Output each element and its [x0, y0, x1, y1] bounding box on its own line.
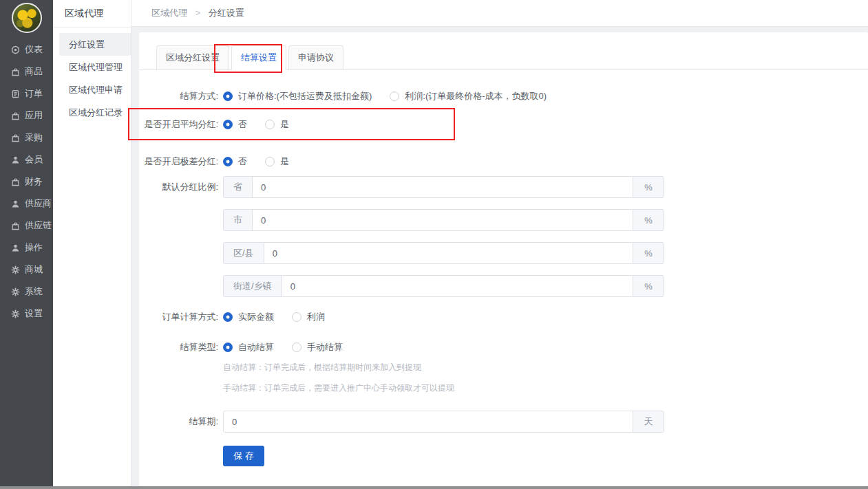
- field-label: 默认分红比例:: [139, 181, 218, 193]
- sidebar-item-mall[interactable]: 商城: [0, 259, 53, 281]
- sidebar-item-label: 设置: [25, 307, 43, 320]
- menu-item-dividend-settings[interactable]: 分红设置: [59, 33, 131, 56]
- menu-item-agent-management[interactable]: 区域代理管理: [53, 56, 131, 78]
- form-row-settle-type: 结算类型: 自动结算 手动结算: [139, 341, 868, 354]
- sidebar-item-label: 仪表: [25, 43, 43, 56]
- person-icon: [11, 243, 20, 252]
- radio-label: 手动结算: [307, 341, 343, 354]
- radio-unselected-icon[interactable]: [265, 157, 275, 166]
- menu-item-agent-application[interactable]: 区域代理申请: [53, 78, 131, 101]
- sidebar-item-label: 订单: [25, 87, 43, 100]
- breadcrumb-item-current: 分红设置: [209, 8, 244, 18]
- breadcrumb-separator: >: [195, 8, 201, 18]
- menu-item-dividend-records[interactable]: 区域分红记录: [53, 101, 131, 124]
- input-suffix-percent: %: [633, 276, 664, 296]
- radio-option-profit[interactable]: 利润:(订单最终价格-成本，负数取0): [390, 90, 547, 102]
- secondary-menu: 分红设置 区域代理管理 区域代理申请 区域分红记录: [53, 33, 131, 124]
- form-row-ratio-city: 市 %: [139, 209, 868, 231]
- settle-period-input[interactable]: [224, 411, 633, 432]
- radio-option-actual-amount[interactable]: 实际金额: [223, 311, 274, 323]
- breadcrumb-item-parent[interactable]: 区域代理: [151, 8, 187, 18]
- radio-unselected-icon[interactable]: [265, 120, 275, 129]
- form-row-order-calc: 订单计算方式: 实际金额 利润: [139, 311, 868, 323]
- sidebar-item-operation[interactable]: 操作: [0, 237, 53, 259]
- sidebar-item-label: 操作: [25, 241, 43, 254]
- save-button[interactable]: 保 存: [223, 446, 264, 466]
- radio-label: 自动结算: [238, 341, 274, 354]
- radio-option-manual-settle[interactable]: 手动结算: [292, 341, 343, 354]
- horizontal-scrollbar[interactable]: [0, 486, 868, 489]
- sidebar-item-finance[interactable]: 财务: [0, 171, 53, 193]
- radio-label: 否: [238, 155, 247, 168]
- input-suffix-percent: %: [633, 210, 664, 230]
- ratio-input-district[interactable]: [264, 243, 633, 263]
- gear-icon: [11, 309, 20, 318]
- sidebar-item-label: 商城: [25, 263, 43, 276]
- bag-icon: [11, 111, 20, 120]
- input-prefix: 街道/乡镇: [224, 276, 282, 296]
- radio-unselected-icon[interactable]: [390, 91, 399, 101]
- input-group-district: 区/县 %: [223, 242, 664, 264]
- sidebar-item-system[interactable]: 系统: [0, 281, 53, 303]
- radio-option-profit[interactable]: 利润: [292, 311, 325, 323]
- sidebar-item-settings[interactable]: 设置: [0, 303, 53, 325]
- radio-label: 是: [280, 118, 289, 131]
- ratio-input-city[interactable]: [253, 210, 633, 230]
- sidebar-item-orders[interactable]: 订单: [0, 83, 53, 105]
- radio-option-yes[interactable]: 是: [265, 155, 289, 168]
- bag-icon: [11, 221, 20, 230]
- ratio-input-province[interactable]: [253, 177, 633, 197]
- tab-region-dividend-settings[interactable]: 区域分红设置: [156, 45, 229, 69]
- sidebar-item-label: 财务: [25, 175, 43, 188]
- radio-option-yes[interactable]: 是: [265, 118, 289, 131]
- input-group-street: 街道/乡镇 %: [223, 275, 664, 297]
- radio-label: 是: [280, 155, 289, 168]
- field-label: 是否开启极差分红:: [139, 155, 218, 168]
- sidebar-item-members[interactable]: 会员: [0, 149, 53, 171]
- form-row-save: 保 存: [139, 446, 868, 466]
- tab-settlement-settings[interactable]: 结算设置: [231, 45, 286, 69]
- radio-unselected-icon[interactable]: [292, 343, 301, 352]
- radio-option-order-price[interactable]: 订单价格:(不包括运费及抵扣金额): [223, 90, 372, 102]
- radio-selected-icon[interactable]: [223, 343, 233, 352]
- radio-selected-icon[interactable]: [223, 91, 233, 101]
- input-suffix-percent: %: [633, 177, 664, 197]
- radio-selected-icon[interactable]: [223, 120, 233, 129]
- form-row-ratio-street: 街道/乡镇 %: [139, 275, 868, 297]
- bag-icon: [11, 67, 20, 76]
- sidebar-item-dashboard[interactable]: 仪表: [0, 39, 53, 61]
- radio-unselected-icon[interactable]: [292, 312, 301, 322]
- field-label: 结算期:: [139, 415, 218, 428]
- help-row-manual-settle: 手动结算：订单完成后，需要进入推广中心手动领取才可以提现: [139, 382, 868, 394]
- sidebar-item-supplier[interactable]: 供应商: [0, 193, 53, 215]
- sidebar-item-label: 供应链: [25, 219, 52, 232]
- module-title: 区域代理: [53, 0, 131, 28]
- breadcrumb: 区域代理 > 分红设置: [151, 7, 244, 19]
- sidebar-item-label: 系统: [25, 285, 43, 298]
- radio-selected-icon[interactable]: [223, 157, 233, 166]
- ratio-input-street[interactable]: [282, 276, 633, 296]
- form-row-settle-period: 结算期: 天: [139, 411, 868, 433]
- input-prefix: 市: [224, 210, 253, 230]
- secondary-sidebar: 区域代理 分红设置 区域代理管理 区域代理申请 区域分红记录: [53, 0, 131, 489]
- sidebar-item-purchase[interactable]: 采购: [0, 127, 53, 149]
- radio-option-auto-settle[interactable]: 自动结算: [223, 341, 274, 354]
- tab-application-agreement[interactable]: 申请协议: [288, 45, 343, 69]
- sidebar-item-label: 采购: [25, 131, 43, 144]
- content-card: 区域分红设置 结算设置 申请协议 结算方式: 订单价格:(不包括运费及抵扣金额)…: [139, 32, 868, 486]
- sidebar-item-goods[interactable]: 商品: [0, 61, 53, 83]
- field-label: 订单计算方式:: [139, 311, 218, 323]
- sidebar-item-apps[interactable]: 应用: [0, 105, 53, 127]
- radio-option-no[interactable]: 否: [223, 118, 247, 131]
- sidebar-item-supply-chain[interactable]: 供应链: [0, 215, 53, 237]
- input-suffix-days: 天: [633, 411, 664, 432]
- radio-option-no[interactable]: 否: [223, 155, 247, 168]
- primary-menu: 仪表 商品 订单 应用 采购 会员 财务 供应商 供应链 操作 商城 系统 设置: [0, 39, 53, 325]
- field-label: 是否开启平均分红:: [139, 118, 218, 131]
- gear-icon: [11, 287, 20, 296]
- input-group-settle-period: 天: [223, 411, 664, 433]
- input-prefix: 区/县: [224, 243, 264, 263]
- radio-label: 利润: [307, 311, 325, 323]
- sidebar-item-label: 供应商: [25, 197, 52, 210]
- radio-selected-icon[interactable]: [223, 312, 233, 322]
